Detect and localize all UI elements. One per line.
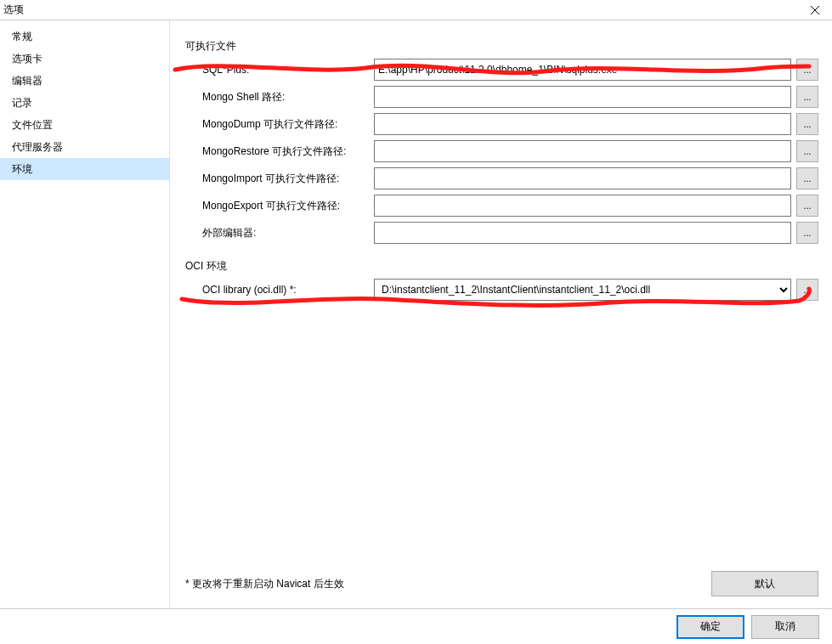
sidebar-item-label: 代理服务器 [12, 141, 63, 153]
input-sqlplus[interactable] [374, 59, 791, 81]
sidebar-item-label: 文件位置 [12, 119, 53, 131]
sidebar-item-proxy[interactable]: 代理服务器 [0, 136, 169, 158]
spacer [185, 306, 818, 571]
restart-note: * 更改将于重新启动 Navicat 后生效 [185, 577, 344, 591]
select-ocilib[interactable]: D:\instantclient_11_2\InstantClient\inst… [374, 279, 791, 301]
section-title-executables: 可执行文件 [185, 39, 818, 54]
main-area: 常规 选项卡 编辑器 记录 文件位置 代理服务器 环境 可执行文件 SQL*Pl… [0, 20, 832, 608]
input-mongorestore[interactable] [374, 140, 791, 162]
row-externaleditor: 外部编辑器: ... [185, 222, 818, 244]
row-mongoimport: MongoImport 可执行文件路径: ... [185, 167, 818, 189]
input-mongodump[interactable] [374, 113, 791, 135]
sidebar-item-tabs[interactable]: 选项卡 [0, 48, 169, 70]
sidebar-item-label: 编辑器 [12, 75, 42, 87]
cancel-button[interactable]: 取消 [751, 615, 819, 639]
sidebar-item-label: 环境 [12, 163, 32, 175]
sidebar-item-label: 常规 [12, 31, 32, 42]
browse-externaleditor[interactable]: ... [796, 222, 818, 244]
browse-mongorestore[interactable]: ... [796, 140, 818, 162]
browse-mongoexport[interactable]: ... [796, 195, 818, 217]
oci-form: OCI library (oci.dll) *: D:\instantclien… [185, 279, 818, 306]
row-mongodump: MongoDump 可执行文件路径: ... [185, 113, 818, 135]
label-ocilib: OCI library (oci.dll) *: [185, 284, 374, 296]
browse-mongoshell[interactable]: ... [796, 86, 818, 108]
close-button[interactable] [798, 0, 832, 20]
sidebar-item-editor[interactable]: 编辑器 [0, 70, 169, 92]
titlebar: 选项 [0, 0, 832, 20]
label-mongodump: MongoDump 可执行文件路径: [185, 117, 374, 132]
row-mongoshell: Mongo Shell 路径: ... [185, 86, 818, 108]
input-externaleditor[interactable] [374, 222, 791, 244]
input-mongoimport[interactable] [374, 167, 791, 189]
row-ocilib: OCI library (oci.dll) *: D:\instantclien… [185, 279, 818, 301]
label-mongorestore: MongoRestore 可执行文件路径: [185, 144, 374, 159]
row-mongoexport: MongoExport 可执行文件路径: ... [185, 195, 818, 217]
footer: 确定 取消 [0, 608, 832, 644]
browse-sqlplus[interactable]: ... [796, 59, 818, 81]
label-mongoexport: MongoExport 可执行文件路径: [185, 199, 374, 213]
default-button[interactable]: 默认 [711, 571, 818, 596]
label-mongoshell: Mongo Shell 路径: [185, 90, 374, 105]
sidebar-item-environment[interactable]: 环境 [0, 158, 169, 180]
content-panel: 可执行文件 SQL*Plus: ... Mongo Shell 路径: ... … [170, 20, 832, 608]
browse-mongodump[interactable]: ... [796, 113, 818, 135]
row-mongorestore: MongoRestore 可执行文件路径: ... [185, 140, 818, 162]
browse-mongoimport[interactable]: ... [796, 167, 818, 189]
bottom-row: * 更改将于重新启动 Navicat 后生效 默认 [185, 571, 818, 608]
window-title: 选项 [3, 3, 24, 17]
input-mongoexport[interactable] [374, 195, 791, 217]
ok-button[interactable]: 确定 [676, 615, 744, 639]
sidebar-item-filelocation[interactable]: 文件位置 [0, 114, 169, 136]
sidebar-item-records[interactable]: 记录 [0, 92, 169, 114]
sidebar: 常规 选项卡 编辑器 记录 文件位置 代理服务器 环境 [0, 20, 170, 608]
section-title-oci: OCI 环境 [185, 259, 818, 274]
sidebar-item-label: 记录 [12, 97, 32, 109]
close-icon [811, 6, 819, 14]
executables-form: SQL*Plus: ... Mongo Shell 路径: ... MongoD… [185, 59, 818, 249]
browse-ocilib[interactable]: ... [796, 279, 818, 301]
sidebar-item-general[interactable]: 常规 [0, 25, 169, 48]
label-mongoimport: MongoImport 可执行文件路径: [185, 172, 374, 186]
input-mongoshell[interactable] [374, 86, 791, 108]
label-externaleditor: 外部编辑器: [185, 226, 374, 240]
sidebar-item-label: 选项卡 [12, 53, 42, 65]
label-sqlplus: SQL*Plus: [185, 64, 374, 76]
row-sqlplus: SQL*Plus: ... [185, 59, 818, 81]
